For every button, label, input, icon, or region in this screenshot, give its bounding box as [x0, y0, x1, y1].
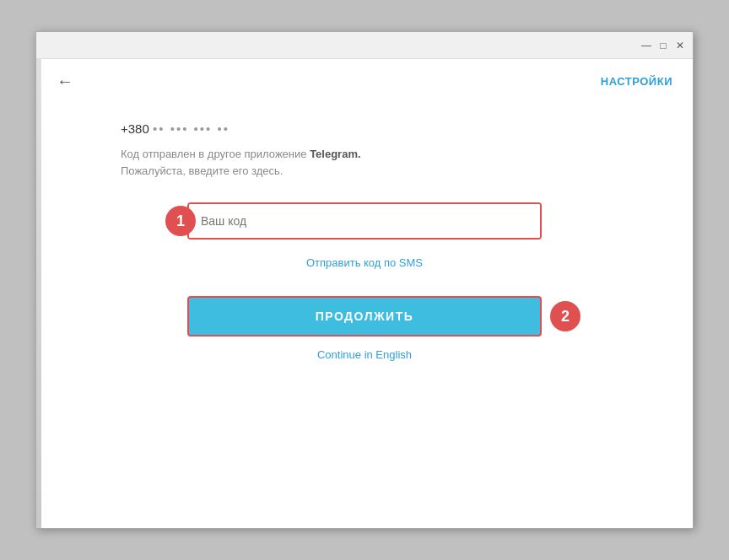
- title-bar: — □ ✕: [36, 32, 693, 59]
- minimize-button[interactable]: —: [640, 40, 652, 51]
- continue-english-link[interactable]: Continue in English: [317, 348, 412, 361]
- left-border-decoration: [36, 59, 41, 528]
- back-button[interactable]: ←: [57, 73, 73, 89]
- continue-button[interactable]: ПРОДОЛЖИТЬ: [187, 296, 542, 337]
- step-badge-2: 2: [550, 301, 580, 331]
- continue-btn-wrapper: ПРОДОЛЖИТЬ 2: [187, 296, 542, 337]
- info-app-name: Telegram.: [310, 148, 360, 160]
- code-section: 1: [87, 202, 642, 240]
- code-input[interactable]: [189, 204, 540, 238]
- title-bar-controls: — □ ✕: [640, 40, 686, 51]
- continue-section: ПРОДОЛЖИТЬ 2 Continue in English: [87, 296, 642, 361]
- info-text: Код отправлен в другое приложение Telegr…: [121, 146, 361, 179]
- app-window: — □ ✕ ← НАСТРОЙКИ +380 •• ••• ••• •• Код…: [35, 31, 694, 529]
- window-content: ← НАСТРОЙКИ +380 •• ••• ••• •• Код отпра…: [36, 59, 693, 528]
- phone-number: +380 •• ••• ••• ••: [121, 121, 230, 136]
- info-line2: Пожалуйста, введите его здесь.: [121, 164, 283, 177]
- sms-link[interactable]: Отправить код по SMS: [306, 256, 423, 269]
- main-area: +380 •• ••• ••• •• Код отправлен в друго…: [36, 96, 693, 528]
- phone-number-prefix: +380: [121, 121, 149, 136]
- step-badge-1: 1: [165, 206, 196, 236]
- top-bar: ← НАСТРОЙКИ: [36, 59, 693, 96]
- code-input-wrapper: [187, 202, 542, 240]
- close-button[interactable]: ✕: [674, 40, 686, 51]
- phone-number-masked: •• ••• ••• ••: [153, 121, 230, 136]
- settings-button[interactable]: НАСТРОЙКИ: [601, 75, 672, 88]
- maximize-button[interactable]: □: [657, 40, 669, 51]
- info-line1: Код отправлен в другое приложение: [121, 148, 307, 160]
